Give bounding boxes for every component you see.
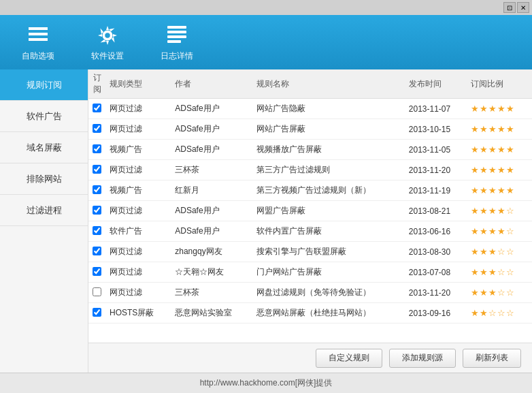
row-type: 视频广告 — [105, 140, 171, 160]
table-row: 网页过滤三杯茶网盘过滤规则（免等待免验证）2013-11-20★★★☆☆ — [88, 283, 532, 303]
svg-rect-8 — [167, 40, 181, 43]
sidebar: 规则订阅 软件广告 域名屏蔽 排除网站 过滤进程 — [0, 69, 88, 373]
sidebar-item-software-ads[interactable]: 软件广告 — [0, 101, 88, 132]
subscribe-checkbox[interactable] — [93, 104, 101, 112]
svg-rect-5 — [167, 26, 186, 29]
row-stars: ★★★★☆ — [467, 221, 532, 242]
col-header-subscribe: 订阅 — [88, 69, 105, 99]
svg-rect-2 — [29, 38, 48, 41]
close-button[interactable]: ✕ — [517, 2, 529, 13]
star-rating: ★★★☆☆ — [471, 287, 515, 298]
row-type: 网页过滤 — [105, 242, 171, 262]
row-type: 网页过滤 — [105, 119, 171, 140]
row-name: 网盟广告屏蔽 — [252, 201, 405, 221]
row-author: ADSafe用户 — [171, 221, 252, 242]
row-type: 视频广告 — [105, 180, 171, 201]
table-row: 软件广告ADSafe用户软件内置广告屏蔽2013-06-16★★★★☆ — [88, 221, 532, 242]
table-row: 网页过滤zhangqy网友搜索引擎与广告联盟屏蔽2013-08-30★★★☆☆ — [88, 242, 532, 262]
svg-rect-7 — [167, 35, 186, 38]
table-row: HOSTS屏蔽恶意网站实验室恶意网站屏蔽（杜绝挂马网站）2013-09-16★★… — [88, 303, 532, 324]
toolbar-self-help[interactable]: 自助选项 — [14, 19, 63, 66]
row-author: ☆天翱☆网友 — [171, 262, 252, 283]
subscribe-checkbox[interactable] — [93, 124, 101, 133]
row-type: 软件广告 — [105, 221, 171, 242]
status-text: http://www.hackhome.com[网侠]提供 — [200, 377, 333, 389]
row-type: 网页过滤 — [105, 283, 171, 303]
rules-table: 订阅 规则类型 作者 规则名称 发布时间 订阅比例 网页过滤ADSafe用户网站… — [88, 69, 532, 324]
row-stars: ★★★☆☆ — [467, 283, 532, 303]
row-stars: ★★★☆☆ — [467, 242, 532, 262]
star-rating: ★★★★★ — [471, 124, 515, 134]
row-stars: ★★★★★ — [467, 140, 532, 160]
subscribe-checkbox[interactable] — [93, 247, 101, 255]
row-date: 2013-08-21 — [405, 201, 467, 221]
row-checkbox-cell — [88, 140, 105, 160]
col-header-ratio: 订阅比例 — [467, 69, 532, 99]
row-author: 三杯茶 — [171, 160, 252, 180]
row-checkbox-cell — [88, 262, 105, 283]
subscribe-checkbox[interactable] — [93, 144, 101, 153]
col-header-date: 发布时间 — [405, 69, 467, 99]
row-name: 网站广告隐蔽 — [252, 99, 405, 119]
row-date: 2013-11-05 — [405, 140, 467, 160]
row-stars: ★★☆☆☆ — [467, 303, 532, 324]
row-stars: ★★★★★ — [467, 119, 532, 140]
row-date: 2013-08-30 — [405, 242, 467, 262]
list-icon — [26, 23, 50, 48]
row-checkbox-cell — [88, 99, 105, 119]
row-stars: ★★★★★ — [467, 160, 532, 180]
row-date: 2013-11-07 — [405, 99, 467, 119]
table-row: 网页过滤ADSafe用户网站广告隐蔽2013-11-07★★★★★ — [88, 99, 532, 119]
row-author: ADSafe用户 — [171, 201, 252, 221]
row-checkbox-cell — [88, 303, 105, 324]
row-checkbox-cell — [88, 283, 105, 303]
subscribe-checkbox[interactable] — [93, 287, 101, 296]
table-row: 网页过滤三杯茶第三方广告过滤规则2013-11-20★★★★★ — [88, 160, 532, 180]
star-rating: ★★☆☆☆ — [471, 308, 515, 318]
toolbar-log[interactable]: 日志详情 — [152, 19, 201, 66]
row-author: zhangqy网友 — [171, 242, 252, 262]
row-stars: ★★★★★ — [467, 180, 532, 201]
table-row: 视频广告ADSafe用户视频播放广告屏蔽2013-11-05★★★★★ — [88, 140, 532, 160]
star-rating: ★★★☆☆ — [471, 267, 515, 277]
sidebar-item-filter-process[interactable]: 过滤进程 — [0, 195, 88, 226]
gear-icon — [95, 23, 120, 48]
table-row: 网页过滤ADSafe用户网站广告屏蔽2013-10-15★★★★★ — [88, 119, 532, 140]
subscribe-checkbox[interactable] — [93, 165, 101, 174]
row-checkbox-cell — [88, 201, 105, 221]
subscribe-checkbox[interactable] — [93, 226, 101, 235]
toolbar-settings-label: 软件设置 — [91, 50, 124, 62]
star-rating: ★★★★☆ — [471, 206, 515, 216]
status-bar: http://www.hackhome.com[网侠]提供 — [0, 373, 532, 393]
subscribe-checkbox[interactable] — [93, 267, 101, 276]
svg-rect-6 — [167, 31, 186, 33]
customize-rules-button[interactable]: 自定义规则 — [316, 349, 382, 368]
row-date: 2013-10-15 — [405, 119, 467, 140]
row-date: 2013-11-19 — [405, 180, 467, 201]
row-author: 三杯茶 — [171, 283, 252, 303]
table-row: 网页过滤☆天翱☆网友门户网站广告屏蔽2013-07-08★★★☆☆ — [88, 262, 532, 283]
sidebar-item-exclude-sites[interactable]: 排除网站 — [0, 163, 88, 195]
row-date: 2013-06-16 — [405, 221, 467, 242]
subscribe-checkbox[interactable] — [93, 185, 101, 194]
restore-button[interactable]: ⊡ — [503, 2, 516, 13]
bottom-bar: 自定义规则 添加规则源 刷新列表 — [88, 343, 532, 373]
row-type: 网页过滤 — [105, 160, 171, 180]
row-checkbox-cell — [88, 242, 105, 262]
star-rating: ★★★★★ — [471, 144, 515, 155]
sidebar-item-domain-block[interactable]: 域名屏蔽 — [0, 132, 88, 163]
toolbar-settings[interactable]: 软件设置 — [83, 19, 132, 66]
subscribe-checkbox[interactable] — [93, 308, 101, 317]
row-name: 恶意网站屏蔽（杜绝挂马网站） — [252, 303, 405, 324]
row-stars: ★★★★☆ — [467, 201, 532, 221]
row-author: 红新月 — [171, 180, 252, 201]
row-name: 第三方广告过滤规则 — [252, 160, 405, 180]
col-header-author: 作者 — [171, 69, 252, 99]
row-date: 2013-07-08 — [405, 262, 467, 283]
add-source-button[interactable]: 添加规则源 — [389, 349, 456, 368]
subscribe-checkbox[interactable] — [93, 206, 101, 215]
main-layout: 规则订阅 软件广告 域名屏蔽 排除网站 过滤进程 订阅 规则类型 作者 规则名称 — [0, 69, 532, 373]
refresh-list-button[interactable]: 刷新列表 — [463, 349, 521, 368]
sidebar-item-rules-subscribe[interactable]: 规则订阅 — [0, 69, 88, 101]
table-row: 视频广告红新月第三方视频广告过滤规则（新）2013-11-19★★★★★ — [88, 180, 532, 201]
